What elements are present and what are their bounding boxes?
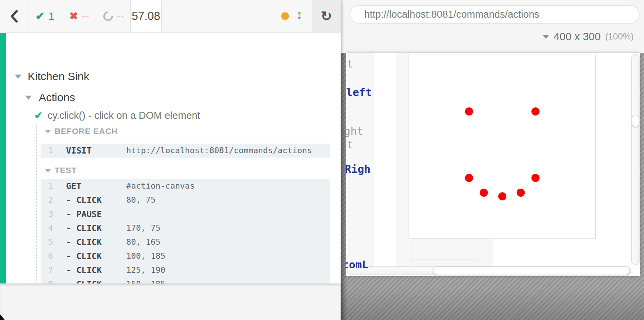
x-icon: ✖	[69, 10, 78, 22]
aut-backdrop: tleftghttRightomL	[341, 53, 644, 320]
rerun-button[interactable]: ↻	[312, 0, 341, 32]
command-row[interactable]: 2- CLICK80, 75	[41, 193, 330, 207]
command-log: Kitchen Sink Actions ✔ cy.click() - clic…	[0, 33, 341, 283]
check-icon: ✔	[34, 110, 43, 121]
suite-title: Actions	[39, 91, 75, 104]
click-dot	[531, 174, 540, 182]
hook-label: BEFORE EACH	[55, 127, 118, 136]
click-dot	[480, 189, 488, 197]
hook-header[interactable]: BEFORE EACH	[45, 126, 331, 137]
hooks-container: BEFORE EACH1VISIThttp://localhost:8081/c…	[36, 124, 331, 306]
command-message: 125, 190	[126, 263, 165, 277]
action-canvas[interactable]	[409, 55, 596, 239]
reporter-header: ✔ 1 ✖ -- -- 57.08 ↕ ↻	[0, 0, 341, 32]
chevron-left-icon	[10, 10, 18, 23]
divider	[161, 0, 162, 32]
pass-status-bar	[0, 33, 6, 283]
command-method: - CLICK	[66, 263, 102, 277]
collapse-icon	[45, 130, 51, 133]
stat-failed[interactable]: ✖ --	[69, 0, 89, 32]
duration-value: 57.08	[132, 10, 161, 23]
viewport-size: 400 x 300	[554, 31, 600, 43]
aut-iframe[interactable]: tleftghttRightomL	[346, 53, 640, 276]
pending-count: --	[117, 10, 124, 23]
test-title: cy.click() - click on a DOM element	[48, 110, 200, 121]
page-code-fragment: t	[347, 58, 353, 70]
command-row[interactable]: 6- CLICK100, 185	[41, 249, 330, 263]
suite-kitchen-sink[interactable]: Kitchen Sink	[15, 70, 89, 83]
viewport-menu[interactable]: 400 x 300 (100%)	[543, 29, 634, 44]
url-bar[interactable]: http://localhost:8081/commands/actions	[349, 5, 640, 24]
command-message: 80, 75	[126, 193, 155, 207]
command-row[interactable]: 5- CLICK80, 165	[41, 235, 330, 249]
command-number: 6	[47, 249, 53, 263]
vertical-scrollbar-thumb[interactable]	[632, 115, 639, 127]
reporter-footer	[0, 283, 341, 320]
page-code-fragment: Righ	[346, 163, 371, 175]
command-number: 1	[47, 144, 53, 158]
page-code-fragment: t	[347, 138, 353, 151]
command-message: 100, 185	[126, 249, 165, 263]
commands-block: 1VISIThttp://localhost:8081/commands/act…	[41, 144, 330, 158]
stat-pending[interactable]: --	[103, 0, 124, 32]
vertical-scrollbar-track[interactable]	[631, 54, 640, 265]
code-block-background	[346, 53, 374, 267]
passed-count: 1	[48, 10, 55, 23]
click-dot	[531, 107, 540, 116]
command-method: - PAUSE	[66, 207, 102, 221]
command-message: #action-canvas	[126, 179, 194, 193]
command-method: - CLICK	[66, 249, 102, 263]
hook-header[interactable]: TEST	[45, 165, 331, 176]
click-dot	[465, 107, 473, 116]
chevron-down-icon	[543, 35, 549, 39]
command-number: 3	[47, 207, 53, 221]
click-dot	[498, 192, 506, 200]
failed-count: --	[82, 10, 89, 23]
hook-label: TEST	[55, 166, 77, 175]
circle-icon	[101, 9, 115, 23]
page-code-fragment: ght	[346, 125, 363, 137]
refresh-icon: ↻	[321, 8, 332, 24]
command-row[interactable]: 3- PAUSE	[41, 207, 330, 221]
viewport-zoom: (100%)	[605, 31, 634, 42]
collapse-icon	[45, 169, 51, 172]
command-method: - CLICK	[66, 193, 102, 207]
command-message: 170, 75	[126, 221, 161, 235]
queued-indicator-icon	[281, 12, 289, 20]
command-row[interactable]: 1VISIThttp://localhost:8081/commands/act…	[41, 144, 330, 158]
command-row[interactable]: 1GET#action-canvas	[41, 179, 330, 193]
command-message: http://localhost:8081/commands/actions	[126, 144, 312, 158]
stat-passed[interactable]: ✔ 1	[35, 0, 55, 32]
reporter-panel: ✔ 1 ✖ -- -- 57.08 ↕ ↻ Kitchen Sink Ac	[0, 0, 341, 320]
check-icon: ✔	[35, 10, 45, 23]
test-cy-click[interactable]: ✔ cy.click() - click on a DOM element	[34, 110, 200, 121]
suite-title: Kitchen Sink	[28, 70, 89, 83]
browser-header: http://localhost:8081/commands/actions 4…	[341, 0, 644, 53]
command-number: 2	[47, 193, 53, 207]
horizontal-scrollbar-thumb[interactable]	[433, 266, 630, 275]
collapse-icon	[15, 75, 21, 79]
command-row[interactable]: 4- CLICK170, 75	[41, 221, 330, 235]
page-code-fragment: tomL	[346, 258, 368, 271]
back-button[interactable]	[5, 8, 23, 24]
scroll-to-top-icon[interactable]: ↕	[296, 7, 302, 22]
command-number: 5	[47, 235, 53, 249]
duration-badge: 57.08	[131, 0, 161, 32]
command-method: GET	[66, 179, 82, 193]
command-message: 80, 165	[126, 235, 161, 249]
command-method: - CLICK	[66, 235, 102, 249]
url-text: http://localhost:8081/commands/actions	[364, 9, 539, 20]
click-dot	[465, 174, 473, 182]
collapse-icon	[25, 96, 32, 100]
click-dot	[517, 189, 525, 197]
command-method: VISIT	[66, 144, 92, 158]
code-block-background	[396, 53, 410, 267]
aut-panel: http://localhost:8081/commands/actions 4…	[341, 0, 644, 320]
command-method: - CLICK	[66, 221, 102, 235]
suite-actions[interactable]: Actions	[25, 91, 75, 104]
code-block-background	[410, 239, 493, 267]
command-number: 4	[47, 221, 53, 235]
page-code-fragment: left	[346, 86, 372, 99]
command-row[interactable]: 7- CLICK125, 190	[41, 263, 330, 277]
section-divider	[410, 259, 479, 259]
